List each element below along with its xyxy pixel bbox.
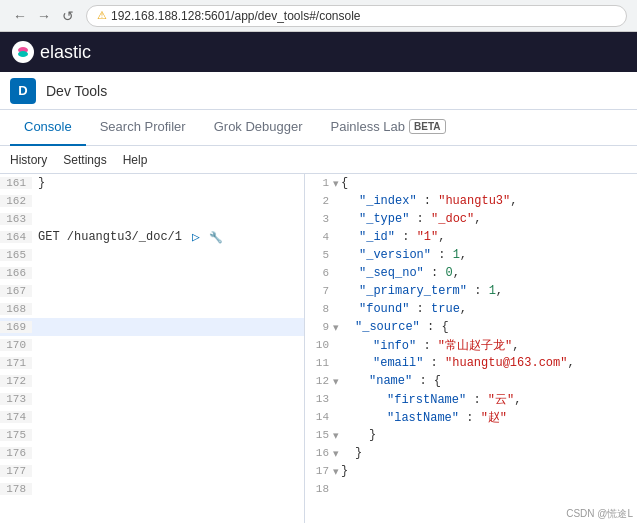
editor-line: 167 — [0, 282, 304, 300]
main-area: 161}162163164GET /huangtu3/_doc/1▷🔧16516… — [0, 174, 637, 523]
forward-button[interactable]: → — [34, 6, 54, 26]
help-button[interactable]: Help — [123, 153, 148, 167]
result-line-content: "_seq_no" : 0, — [345, 266, 460, 280]
line-content: GET /huangtu3/_doc/1▷🔧 — [32, 229, 224, 245]
result-line-number: 14 — [309, 411, 333, 423]
result-line: 14"lastName" : "赵" — [305, 408, 637, 426]
editor-line: 163 — [0, 210, 304, 228]
editor-line: 169 — [0, 318, 304, 336]
result-line: 13"firstName" : "云", — [305, 390, 637, 408]
line-number: 173 — [0, 393, 32, 405]
result-line-content: "_type" : "_doc", — [345, 212, 481, 226]
result-line-content: } — [341, 428, 376, 442]
line-number: 176 — [0, 447, 32, 459]
result-line-number: 3 — [309, 213, 333, 225]
editor-line: 175 — [0, 426, 304, 444]
editor-line: 162 — [0, 192, 304, 210]
watermark: CSDN @慌途L — [566, 507, 633, 521]
line-number: 169 — [0, 321, 32, 333]
editor-line: 171 — [0, 354, 304, 372]
fold-icon[interactable]: ▾ — [333, 375, 339, 388]
editor-line: 177 — [0, 462, 304, 480]
result-line-number: 10 — [309, 339, 333, 351]
result-line-content: "email" : "huangtu@163.com", — [345, 356, 575, 370]
result-line-number: 18 — [309, 483, 333, 495]
result-line: 15▾} — [305, 426, 637, 444]
result-line-number: 5 — [309, 249, 333, 261]
tab-search-profiler[interactable]: Search Profiler — [86, 110, 200, 146]
nav-tabs: Console Search Profiler Grok Debugger Pa… — [0, 110, 637, 146]
tab-painless-lab[interactable]: Painless Lab BETA — [317, 110, 460, 146]
result-line: 8"found" : true, — [305, 300, 637, 318]
editor-line: 178 — [0, 480, 304, 498]
result-line-number: 7 — [309, 285, 333, 297]
line-number: 161 — [0, 177, 32, 189]
result-line-content: "info" : "常山赵子龙", — [345, 337, 519, 354]
result-line-content: } — [341, 464, 348, 478]
result-line: 6"_seq_no" : 0, — [305, 264, 637, 282]
url-text: 192.168.188.128:5601/app/dev_tools#/cons… — [111, 9, 361, 23]
result-line-content: "firstName" : "云", — [345, 391, 521, 408]
result-line-content: "_source" : { — [341, 320, 449, 334]
fold-icon[interactable]: ▾ — [333, 321, 339, 334]
address-bar[interactable]: ⚠ 192.168.188.128:5601/app/dev_tools#/co… — [86, 5, 627, 27]
result-line: 4"_id" : "1", — [305, 228, 637, 246]
beta-badge: BETA — [409, 119, 445, 134]
logo-text: elastic — [40, 42, 91, 63]
result-content[interactable]: 1▾{2"_index" : "huangtu3",3"_type" : "_d… — [305, 174, 637, 523]
back-button[interactable]: ← — [10, 6, 30, 26]
dev-tools-icon: D — [10, 78, 36, 104]
result-line-number: 2 — [309, 195, 333, 207]
app-header: elastic — [0, 32, 637, 72]
result-line-number: 9 — [309, 321, 333, 333]
fold-icon[interactable]: ▾ — [333, 447, 339, 460]
line-number: 178 — [0, 483, 32, 495]
editor-panel: 161}162163164GET /huangtu3/_doc/1▷🔧16516… — [0, 174, 305, 523]
tab-grok-debugger[interactable]: Grok Debugger — [200, 110, 317, 146]
result-line-number: 4 — [309, 231, 333, 243]
result-panel: 1▾{2"_index" : "huangtu3",3"_type" : "_d… — [305, 174, 637, 523]
history-button[interactable]: History — [10, 153, 47, 167]
result-line-number: 8 — [309, 303, 333, 315]
result-line-content: "_id" : "1", — [345, 230, 445, 244]
line-number: 170 — [0, 339, 32, 351]
reload-button[interactable]: ↺ — [58, 6, 78, 26]
result-line-content: "_index" : "huangtu3", — [345, 194, 517, 208]
result-line: 11"email" : "huangtu@163.com", — [305, 354, 637, 372]
line-number: 168 — [0, 303, 32, 315]
result-line: 1▾{ — [305, 174, 637, 192]
elastic-logo-svg — [16, 45, 30, 59]
result-line-content: "_version" : 1, — [345, 248, 467, 262]
result-line: 3"_type" : "_doc", — [305, 210, 637, 228]
result-line-number: 1 — [309, 177, 333, 189]
result-line-content: "found" : true, — [345, 302, 467, 316]
editor-content[interactable]: 161}162163164GET /huangtu3/_doc/1▷🔧16516… — [0, 174, 304, 523]
editor-line: 168 — [0, 300, 304, 318]
line-number: 166 — [0, 267, 32, 279]
fold-icon[interactable]: ▾ — [333, 177, 339, 190]
settings-button[interactable]: Settings — [63, 153, 106, 167]
result-line-content: { — [341, 176, 348, 190]
editor-line: 172 — [0, 372, 304, 390]
line-number: 164 — [0, 231, 32, 243]
result-line-number: 16 — [309, 447, 333, 459]
elastic-logo: elastic — [12, 41, 91, 63]
line-number: 165 — [0, 249, 32, 261]
line-number: 171 — [0, 357, 32, 369]
app-subheader: D Dev Tools — [0, 72, 637, 110]
line-number: 175 — [0, 429, 32, 441]
fold-icon[interactable]: ▾ — [333, 429, 339, 442]
action-icons: ▷🔧 — [188, 229, 224, 245]
result-line-number: 13 — [309, 393, 333, 405]
line-number: 163 — [0, 213, 32, 225]
settings-icon[interactable]: 🔧 — [208, 229, 224, 245]
result-line: 16▾} — [305, 444, 637, 462]
fold-icon[interactable]: ▾ — [333, 465, 339, 478]
result-line-number: 17 — [309, 465, 333, 477]
result-line-content: } — [341, 446, 362, 460]
run-icon[interactable]: ▷ — [188, 229, 204, 245]
line-number: 177 — [0, 465, 32, 477]
editor-lines: 161}162163164GET /huangtu3/_doc/1▷🔧16516… — [0, 174, 304, 498]
tab-console[interactable]: Console — [10, 110, 86, 146]
editor-line: 165 — [0, 246, 304, 264]
